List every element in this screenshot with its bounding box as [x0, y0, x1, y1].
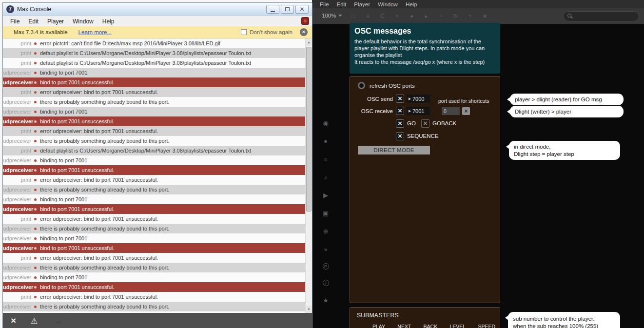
console-row[interactable]: print error pictctrl: can't find file D:… [3, 39, 305, 48]
console-row[interactable]: udpreceiver there is probably something … [3, 263, 305, 272]
direct-mode-button[interactable]: DIRECT MODE [358, 146, 430, 154]
console-row-source: print [3, 50, 31, 56]
warning-icon[interactable]: ⚠ [31, 316, 38, 326]
console-row[interactable]: print defaut playlist is C:/Users/Morgan… [3, 58, 305, 68]
menu-item[interactable]: File [316, 1, 333, 7]
console-row[interactable]: print error udpreceiver: bind to port 70… [3, 253, 305, 263]
console-row-source: udpreceiver [3, 157, 31, 163]
console-row[interactable]: udpreceiver there is probably something … [3, 185, 305, 194]
bullet-icon [34, 42, 37, 45]
parameters-icon[interactable]: P [323, 263, 329, 270]
go-toggle[interactable]: × [396, 119, 404, 128]
console-row-message: there is probably something already boun… [40, 187, 169, 193]
shortcut-caption: port used for shortcuts [438, 98, 489, 104]
picture-icon[interactable]: ▣ [322, 209, 330, 217]
osc-send-port-numberbox[interactable]: 7000 [407, 95, 430, 103]
sequencer-icon[interactable]: ▶ [322, 191, 330, 199]
toggle-icon[interactable]: × [393, 12, 401, 20]
bullet-icon [34, 228, 37, 230]
osc-send-toggle[interactable]: × [396, 95, 404, 103]
console-row[interactable]: print error udpreceiver: bind to port 70… [3, 214, 305, 224]
record-icon[interactable]: ● [322, 137, 330, 145]
info-icon[interactable]: i [323, 280, 329, 286]
console-row[interactable]: udpreceiver bind to port 7001 unsuccessf… [3, 243, 305, 253]
add-object-icon[interactable]: + [466, 12, 474, 20]
console-row[interactable]: udpreceiver there is probably something … [3, 302, 305, 311]
console-row[interactable]: udpreceiver binding to port 7001 [3, 272, 305, 282]
attachment-icon[interactable]: ⊕ [322, 227, 330, 235]
back-arrow-icon[interactable]: ← [54, 316, 63, 326]
console-row[interactable]: print error udpreceiver: bind to port 70… [3, 126, 305, 136]
console-corner-icon[interactable] [301, 17, 309, 25]
clear-shortcut-button[interactable]: × [462, 107, 470, 115]
console-row[interactable]: udpreceiver there is probably something … [3, 224, 305, 233]
console-row-message: defaut playlist is C:/Users/Morgane/Desk… [40, 148, 251, 154]
menu-item[interactable]: Edit [333, 1, 351, 7]
console-row[interactable]: udpreceiver binding to port 7001 [3, 233, 305, 243]
console-row[interactable]: print error udpreceiver: bind to port 70… [3, 292, 305, 302]
console-row[interactable]: udpreceiver bind to port 7001 unsuccessf… [3, 116, 305, 126]
button-icon[interactable]: ● [408, 12, 416, 20]
signal-icon[interactable]: ~ [437, 12, 445, 20]
console-row[interactable]: udpreceiver binding to port 7001 [3, 68, 305, 77]
search-box[interactable] [563, 11, 639, 21]
menu-item[interactable]: Help [98, 18, 119, 25]
menu-item[interactable]: Player [43, 18, 68, 25]
toolbar-icons: □≡C×●▸~↻+★ [349, 12, 489, 20]
console-row-source: udpreceiver [3, 138, 31, 144]
menu-item[interactable]: Help [402, 1, 421, 7]
console-row[interactable]: udpreceiver bind to port 7001 unsuccessf… [3, 77, 305, 87]
menu-item[interactable]: Player [350, 1, 374, 7]
audio-toggle-icon[interactable]: ◉ [322, 119, 330, 127]
object-box-icon[interactable]: □ [349, 12, 357, 20]
sequence-toggle[interactable]: × [396, 132, 404, 140]
playbar-icon[interactable]: ▸ [422, 12, 430, 20]
console-row[interactable]: udpreceiver binding to port 7001 [3, 155, 305, 165]
refresh-osc-ports-button[interactable] [358, 82, 365, 89]
console-row[interactable]: udpreceiver there is probably something … [3, 136, 305, 146]
notification-close-icon[interactable]: ✕ [300, 28, 308, 36]
console-row-message: error pictctrl: can't find file D:/tech/… [40, 40, 220, 46]
clock-icon[interactable]: ↻ [451, 12, 460, 20]
note-icon[interactable]: ♪ [322, 173, 330, 181]
menu-item[interactable]: Window [374, 1, 402, 7]
minimize-button[interactable] [266, 5, 279, 14]
comment-icon[interactable]: C [378, 12, 387, 20]
console-row[interactable]: udpreceiver binding to port 7001 [3, 194, 305, 204]
console-row[interactable]: udpreceiver bind to port 7001 unsuccessf… [3, 204, 305, 214]
goback-toggle[interactable]: × [421, 119, 429, 128]
message-box-icon[interactable]: ≡ [364, 12, 372, 20]
clear-console-icon[interactable]: × [11, 315, 16, 326]
console-row[interactable]: udpreceiver there is probably something … [3, 97, 305, 107]
osc-receive-port-numberbox[interactable]: 7001 [407, 107, 430, 115]
console-row[interactable]: print error udpreceiver: bind to port 70… [3, 175, 305, 185]
bullet-icon [34, 91, 37, 94]
maximize-button[interactable] [281, 5, 294, 14]
learn-more-link[interactable]: Learn more... [78, 29, 112, 35]
console-row[interactable]: print error udpreceiver: bind to port 70… [3, 87, 305, 97]
console-row[interactable]: udpreceiver bind to port 7001 unsuccessf… [3, 282, 305, 292]
close-button[interactable]: ✕ [295, 5, 309, 14]
submaster-column-label: NEXT [397, 324, 411, 328]
snippets-icon[interactable]: ★ [481, 12, 489, 20]
zoom-control[interactable]: 100% [322, 13, 342, 19]
dont-show-again-checkbox[interactable] [241, 29, 247, 35]
scrollbar[interactable]: ▲ ▼ [305, 39, 312, 313]
search-input[interactable] [576, 14, 629, 19]
menu-item[interactable]: Window [68, 18, 98, 25]
send-icon[interactable]: » [322, 245, 330, 253]
console-row[interactable]: udpreceiver bind to port 7001 unsuccessf… [3, 165, 305, 175]
console-row[interactable]: print defaut playlist is C:/Users/Morgan… [3, 146, 305, 155]
osc-receive-toggle[interactable]: × [396, 107, 404, 115]
menu-item[interactable]: File [6, 18, 24, 25]
scrollbar-thumb[interactable] [306, 47, 312, 212]
favorites-icon[interactable]: ★ [322, 296, 330, 304]
mixer-icon[interactable]: ≡ [322, 155, 330, 163]
menu-item[interactable]: Edit [24, 18, 43, 25]
console-row[interactable]: print defaut playlist is C:/Users/Morgan… [3, 48, 305, 58]
console-row-message: bind to port 7001 unsuccessful. [40, 245, 114, 251]
console-row[interactable]: udpreceiver binding to port 7001 [3, 107, 305, 116]
scroll-down-icon[interactable]: ▼ [306, 306, 312, 313]
scroll-up-icon[interactable]: ▲ [306, 39, 312, 46]
shortcut-value-box[interactable]: 0 [442, 107, 460, 115]
